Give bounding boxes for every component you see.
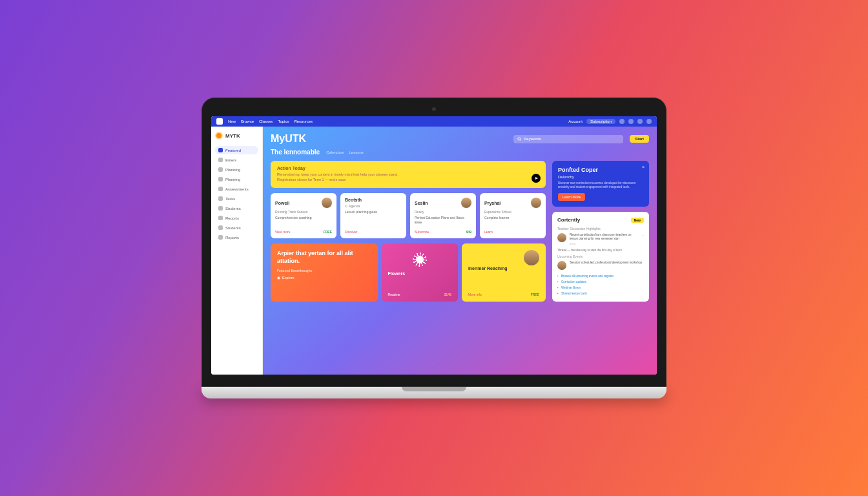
nav-icon [218,158,223,162]
right-aside: × Ponfted Coper Delonchy Discover new cu… [552,161,649,302]
feature-tiles: Arpier that yertan for all alit attation… [271,243,546,302]
topbar: NewBrowseClassesTopicsResources Account … [211,116,657,127]
avatar [531,198,541,208]
promo-cta-button[interactable]: Learn More [558,193,585,201]
nav-icon [218,196,223,201]
topbar-nav-item[interactable]: Classes [259,119,273,123]
sidebar-item[interactable]: Students [215,204,258,212]
tile-explore-button[interactable]: ◉ Explore [277,276,294,280]
link-item[interactable]: Webinar library [557,285,644,291]
profile-icon[interactable] [646,119,652,124]
settings-icon[interactable] [637,119,643,124]
notice-banner: Action Today Remembering: keep your cont… [271,161,546,188]
laptop-frame: NewBrowseClassesTopicsResources Account … [202,98,666,398]
link-item[interactable]: Shared lesson bank [557,291,644,296]
nav-icon [218,225,223,230]
topbar-nav-item[interactable]: New [228,119,236,123]
profile-card[interactable]: BeotsthC. AgendaLesson planning guideDis… [340,193,406,238]
tile-price: FREE [531,293,539,296]
card-link[interactable]: Subscribe [415,230,429,234]
notice-title: Action Today [277,166,539,170]
page-title: MyUTK [271,133,306,145]
sidebar-item[interactable]: Featured [215,146,258,154]
topbar-subscription-badge[interactable]: Subscription [586,119,615,124]
topbar-account[interactable]: Account [568,119,583,123]
sub-tab[interactable]: Lessons [349,150,363,154]
promo-text: Discover new curriculum resources develo… [558,181,643,190]
tile-title: Flowers [388,271,451,276]
link-item[interactable]: Browse all upcoming events and register [557,273,644,279]
play-button[interactable] [532,174,541,183]
profile-card-grid: PowellRunning Track SeasonComprehensive … [271,193,546,238]
sidebar-item[interactable]: Tasks [215,194,258,203]
nav-icon [218,167,223,172]
promo-subtitle: Delonchy [558,175,643,179]
topbar-logo-icon[interactable] [216,118,223,125]
close-icon[interactable]: × [642,165,645,169]
panel-badge: New [631,218,644,223]
tile-feature-yellow[interactable]: Inennier Reaching More info FREE [462,243,546,302]
card-link[interactable]: View more [275,230,291,234]
section-label: Upcoming Events [557,254,644,258]
tile-feature-orange[interactable]: Arpier that yertan for all alit attation… [271,243,378,302]
sub-tab[interactable]: Calendars [326,150,344,154]
avatar [322,198,332,208]
start-button[interactable]: Start [630,135,649,143]
tile-feature-pink[interactable]: Flowers Readme $149 [382,243,458,302]
topbar-nav-item[interactable]: Resources [294,119,313,123]
feed-line[interactable]: Thread — favorite way to start the first… [557,249,644,252]
nav-icon [218,148,223,152]
avatar [557,233,566,242]
notice-line: Registration closes for Term 1 — ends so… [277,178,539,181]
card-link[interactable]: Discover [345,230,357,234]
chevron-right-icon: › [643,233,644,237]
sidebar-item[interactable]: Enters [215,156,258,164]
topbar-nav-item[interactable]: Browse [241,119,254,123]
nav-icon [218,177,223,181]
profile-card[interactable]: PryshalExperience SchoolComplete learner… [480,193,546,238]
sidebar-nav: FeaturedEntersPlanningPlanningAssessment… [215,146,258,242]
activity-panel: Cortently New Teacher Discussion Highlig… [552,212,649,302]
link-list: Browse all upcoming events and registerC… [557,273,644,296]
app-screen: NewBrowseClassesTopicsResources Account … [211,116,657,375]
sidebar-item[interactable]: Assessments [215,185,258,193]
promo-title: Ponfted Coper [558,167,643,174]
avatar [524,250,539,265]
nav-icon [218,187,223,191]
topbar-nav-item[interactable]: Topics [278,119,289,123]
avatar [461,198,471,208]
tile-title: Arpier that yertan for all alit attation… [277,250,371,265]
brand-text: MYTK [225,133,240,139]
notification-icon[interactable] [619,119,625,124]
svg-point-0 [518,137,521,140]
panel-title: Cortently [557,217,580,223]
feed-item[interactable]: Recent contribution from classroom teach… [557,233,644,245]
feed-item[interactable]: Session scheduled: professional developm… [557,261,644,270]
sidebar: MYTK FeaturedEntersPlanningPlanningAsses… [211,127,263,375]
tile-link[interactable]: More info [468,293,482,296]
help-icon[interactable] [628,119,634,124]
sidebar-item[interactable]: Planning [215,165,258,174]
tile-meta: Featured Breakthroughs [277,269,371,273]
search-input[interactable]: Keywords [513,135,623,143]
camera-dot [432,107,436,111]
main-content: MyUTK Keywords Start The lennomable Cale… [263,127,657,375]
link-item[interactable]: Curriculum updates [557,279,644,285]
section-tabs: CalendarsLessons [326,150,364,154]
profile-card[interactable]: SeslinReadyPerfect Education Plans and B… [410,193,476,238]
svg-line-1 [521,140,521,140]
sidebar-item[interactable]: Students [215,223,258,232]
sidebar-item[interactable]: Reports [215,233,258,242]
promo-card: × Ponfted Coper Delonchy Discover new cu… [552,161,649,207]
sidebar-item[interactable]: Reports [215,214,258,222]
profile-card[interactable]: PowellRunning Track SeasonComprehensive … [271,193,336,238]
nav-icon [218,216,223,220]
sidebar-item[interactable]: Planning [215,175,258,183]
nav-icon [218,235,223,240]
brand-logo-icon [215,132,223,140]
section-title: The lennomable [271,149,320,156]
avatar [557,261,566,270]
card-link[interactable]: Learn [484,230,493,234]
search-placeholder: Keywords [524,137,541,141]
brand[interactable]: MYTK [215,132,258,140]
